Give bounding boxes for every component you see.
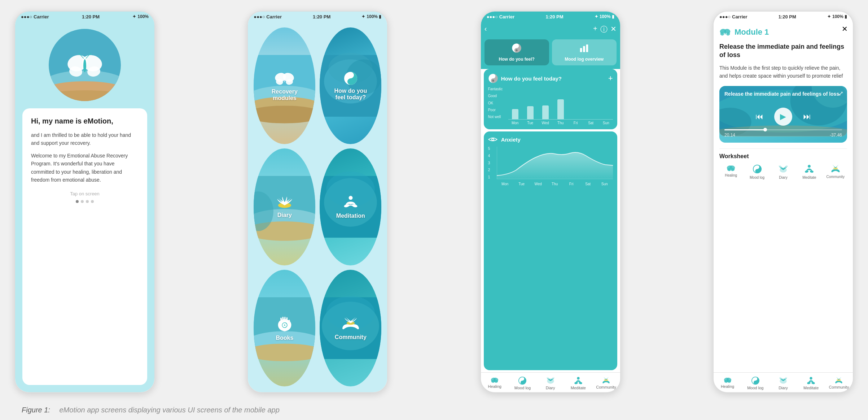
- diary-button[interactable]: Diary: [254, 148, 315, 265]
- community-button[interactable]: Community: [320, 270, 381, 386]
- mood-title-row: How do you feel today?: [488, 73, 562, 83]
- close-button[interactable]: ✕: [610, 25, 617, 34]
- mood-overview-tab[interactable]: Mood log overview: [552, 39, 617, 65]
- figure-text: eMotion app screens displaying various U…: [60, 406, 280, 414]
- nav-healing-4[interactable]: Healing: [714, 375, 741, 391]
- svg-point-71: [522, 382, 523, 383]
- x-sun: Sun: [599, 121, 613, 125]
- chart-x-labels: Mon Tue Wed Thu Fri Sat Sun: [508, 121, 613, 125]
- dot-1[interactable]: [76, 200, 79, 203]
- greeting-text2: Welcome to my Emotional Abuse Recovery P…: [31, 152, 139, 184]
- nav-community-4[interactable]: Community: [825, 375, 853, 391]
- dot-4[interactable]: [91, 200, 94, 203]
- x-wed: Wed: [539, 121, 552, 125]
- greeting-title: Hi, my name is eMotion,: [31, 117, 139, 125]
- how-do-you-feel-tab[interactable]: How do you feel?: [485, 39, 549, 65]
- community-hands-icon: [341, 315, 360, 332]
- chart-bars-container: Mon Tue Wed Thu Fri Sat Sun: [508, 87, 613, 125]
- moodlog-nav-icon-4: [751, 376, 760, 385]
- meditation-overlay: Meditation: [333, 191, 369, 223]
- grid-row-1: Recoverymodules: [254, 27, 381, 144]
- ax-mon: Mon: [497, 182, 513, 186]
- back-button[interactable]: ‹: [485, 25, 487, 34]
- rewind-button[interactable]: ⏮: [755, 112, 763, 121]
- yin-yang-icon: [343, 71, 358, 86]
- play-button[interactable]: ▶: [774, 108, 792, 126]
- nav-community-3[interactable]: Community: [592, 375, 620, 391]
- dot-3[interactable]: [86, 200, 89, 203]
- recovery-modules-button[interactable]: Recoverymodules: [254, 27, 315, 144]
- nav-moodlog-3[interactable]: Mood log: [509, 375, 536, 391]
- ws-healing[interactable]: Healing: [719, 164, 742, 179]
- screen3-bottom-nav: Healing Mood log Diary: [481, 372, 620, 392]
- worksheet-nav-icons: Healing Mood log: [719, 164, 847, 179]
- ws-diary[interactable]: Diary: [772, 164, 795, 179]
- ws-meditate[interactable]: Meditate: [798, 164, 821, 179]
- how-do-you-feel-button[interactable]: How do youfeel today?: [320, 27, 381, 144]
- nav-meditate-3[interactable]: Meditate: [564, 375, 592, 391]
- screen3-phone: ●●●○ Carrier 1:20 PM ✦ 100% ▮ ‹ + ⓘ ✕: [480, 11, 621, 393]
- nav-diary-label-4: Diary: [779, 386, 788, 390]
- nav-moodlog-4[interactable]: Mood log: [741, 375, 769, 391]
- svg-point-75: [579, 382, 583, 385]
- anxiety-y-labels: 1 2 3 4 5: [488, 147, 490, 179]
- module-number: Module 1: [735, 27, 769, 37]
- status-icons-4: ✦ 100% ▮: [827, 14, 847, 19]
- nav-moodlog-label-4: Mood log: [747, 386, 763, 390]
- svg-point-14: [89, 53, 91, 55]
- screen4-close-button[interactable]: ✕: [842, 25, 848, 33]
- nav-diary-4[interactable]: Diary: [769, 375, 797, 391]
- ay-2: 2: [488, 168, 490, 172]
- dot-2[interactable]: [81, 200, 84, 203]
- battery-2: 100% ▮: [367, 14, 381, 19]
- figure-label: Figure 1:: [22, 406, 50, 414]
- tap-label[interactable]: Tap on screen: [31, 191, 139, 196]
- battery-4: 100% ▮: [832, 14, 847, 19]
- add-button[interactable]: +: [593, 25, 597, 34]
- butterfly-logo-svg: [67, 51, 103, 79]
- community-nav-icon-4: [834, 376, 843, 384]
- nav-meditate-4[interactable]: Meditate: [797, 375, 825, 391]
- mood-add-icon[interactable]: +: [608, 74, 613, 83]
- svg-point-106: [755, 378, 756, 380]
- status-bar-2: ●●●○ Carrier 1:20 PM ✦ 100% ▮: [248, 12, 387, 22]
- bar-chart-wrapper: Not well Poor OK Good Fantastic: [488, 87, 613, 125]
- diary-label: Diary: [277, 212, 292, 218]
- tab1-label: How do you feel?: [488, 57, 545, 62]
- ax-fri: Fri: [563, 182, 580, 186]
- tab2-label: Mood log overview: [556, 57, 613, 62]
- svg-point-93: [756, 166, 758, 168]
- books-button[interactable]: Books: [254, 270, 315, 386]
- svg-point-46: [284, 325, 285, 326]
- mood-section-title: How do you feel today?: [501, 75, 562, 82]
- anxiety-eye-icon: [488, 136, 497, 143]
- nav-diary-3[interactable]: Diary: [536, 375, 564, 391]
- info-button[interactable]: ⓘ: [600, 25, 608, 34]
- figure-caption: Figure 1: eMotion app screens displaying…: [0, 400, 868, 420]
- battery-3: 100% ▮: [600, 14, 614, 19]
- status-icons-1: ✦ 100%: [132, 14, 149, 19]
- yin-yang-tab-svg: [512, 43, 522, 53]
- books-overlay: Books: [272, 311, 297, 345]
- ws-community[interactable]: Community: [824, 164, 847, 179]
- svg-rect-54: [580, 48, 582, 52]
- video-title-text: Release the immediate pain and feelings …: [724, 91, 842, 97]
- x-tue: Tue: [523, 121, 537, 125]
- progress-thumb: [763, 128, 767, 131]
- fast-forward-button[interactable]: ⏭: [803, 112, 811, 121]
- status-bar-4: ●●●○ Carrier 1:20 PM ✦ 100% ▮: [714, 12, 853, 22]
- progress-bar[interactable]: [724, 129, 842, 130]
- meditation-button[interactable]: Meditation: [320, 148, 381, 265]
- carrier-3: ●●●○ Carrier: [487, 14, 515, 20]
- greeting-text1: and I am thrilled to be able to hold you…: [31, 131, 139, 147]
- diary-nav-icon-4: [779, 376, 788, 385]
- community-overlay: Community: [331, 312, 370, 344]
- video-content: Release the immediate pain and feelings …: [724, 91, 842, 138]
- battery-1: 100%: [137, 14, 149, 19]
- x-mon: Mon: [508, 121, 522, 125]
- ws-meditate-label: Meditate: [802, 176, 816, 179]
- nav-healing-3[interactable]: Healing: [481, 375, 509, 391]
- ay-1: 1: [488, 175, 490, 179]
- carrier-1: ●●●○ Carrier: [21, 14, 49, 20]
- ws-moodlog[interactable]: Mood log: [745, 164, 768, 179]
